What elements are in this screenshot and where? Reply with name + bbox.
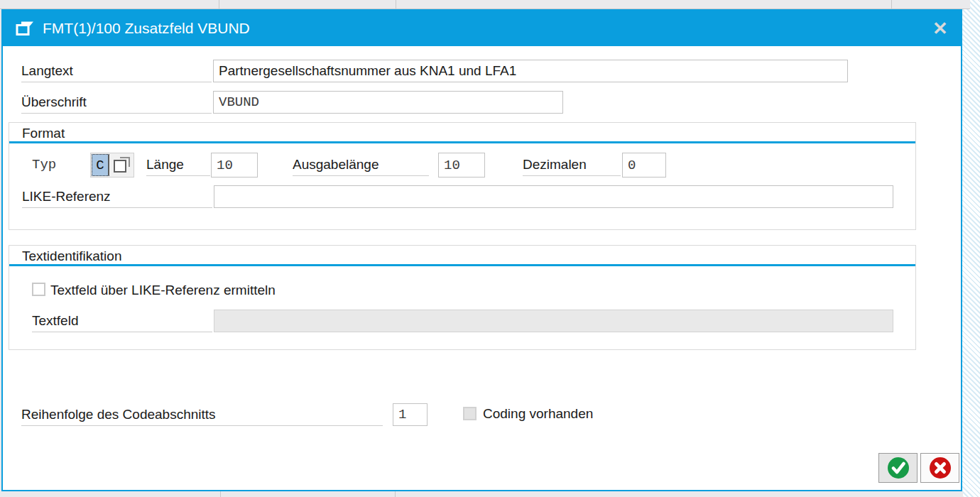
background-bottom-strip bbox=[0, 491, 963, 497]
background-divider bbox=[891, 0, 892, 9]
cancel-button[interactable] bbox=[920, 453, 959, 483]
textidentifikation-groupbox: Textidentifikation Textfeld über LIKE-Re… bbox=[9, 245, 916, 350]
modal-window-icon bbox=[16, 21, 35, 37]
background-divider bbox=[395, 491, 396, 497]
typ-label: Typ bbox=[32, 157, 56, 173]
coding-vorhanden-label: Coding vorhanden bbox=[483, 406, 593, 422]
langtext-input[interactable] bbox=[213, 60, 848, 82]
like-referenz-input[interactable] bbox=[214, 185, 893, 208]
background-divider bbox=[396, 0, 396, 9]
reihenfolge-label: Reihenfolge des Codeabschnitts bbox=[21, 403, 383, 426]
textfeld-like-checkbox-label: Textfeld über LIKE-Referenz ermitteln bbox=[50, 283, 276, 298]
value-help-icon[interactable] bbox=[110, 153, 134, 177]
background-divider bbox=[220, 491, 221, 497]
ueberschrift-label: Überschrift bbox=[21, 91, 212, 114]
like-referenz-label: LIKE-Referenz bbox=[22, 185, 212, 208]
cancel-x-icon bbox=[929, 457, 952, 479]
coding-vorhanden-checkbox bbox=[463, 407, 477, 420]
dialog-titlebar[interactable]: FMT(1)/100 Zusatzfeld VBUND ✕ bbox=[3, 11, 961, 46]
format-groupbox: Format Typ C Länge Ausgabelänge Dezimale… bbox=[9, 122, 916, 230]
ausgabelaenge-input[interactable] bbox=[438, 153, 485, 178]
textidentifikation-section-title: Textidentifikation bbox=[22, 248, 121, 264]
textfeld-like-checkbox[interactable] bbox=[32, 283, 45, 296]
dezimalen-label: Dezimalen bbox=[523, 153, 621, 176]
confirm-check-icon bbox=[887, 457, 910, 479]
laenge-label: Länge bbox=[146, 153, 210, 176]
close-icon[interactable]: ✕ bbox=[927, 16, 954, 40]
textfeld-input bbox=[214, 310, 893, 332]
textfeld-label: Textfeld bbox=[32, 310, 212, 332]
dezimalen-input[interactable] bbox=[622, 153, 666, 178]
laenge-input[interactable] bbox=[211, 153, 258, 178]
reihenfolge-input[interactable] bbox=[393, 403, 428, 426]
ausgabelaenge-label: Ausgabelänge bbox=[293, 153, 429, 176]
background-top-strip bbox=[0, 0, 970, 9]
dialog-title: FMT(1)/100 Zusatzfeld VBUND bbox=[43, 20, 250, 37]
ueberschrift-input[interactable] bbox=[213, 91, 563, 114]
typ-combo[interactable]: C bbox=[90, 153, 134, 178]
format-section-rule bbox=[9, 141, 915, 143]
background-divider bbox=[219, 0, 219, 9]
textidentifikation-section-rule bbox=[9, 264, 915, 266]
langtext-label: Langtext bbox=[21, 60, 212, 82]
typ-value[interactable]: C bbox=[92, 154, 109, 176]
format-section-title: Format bbox=[22, 126, 65, 141]
confirm-button[interactable] bbox=[878, 453, 918, 483]
popup-dialog: FMT(1)/100 Zusatzfeld VBUND ✕ Langtext Ü… bbox=[1, 9, 962, 491]
